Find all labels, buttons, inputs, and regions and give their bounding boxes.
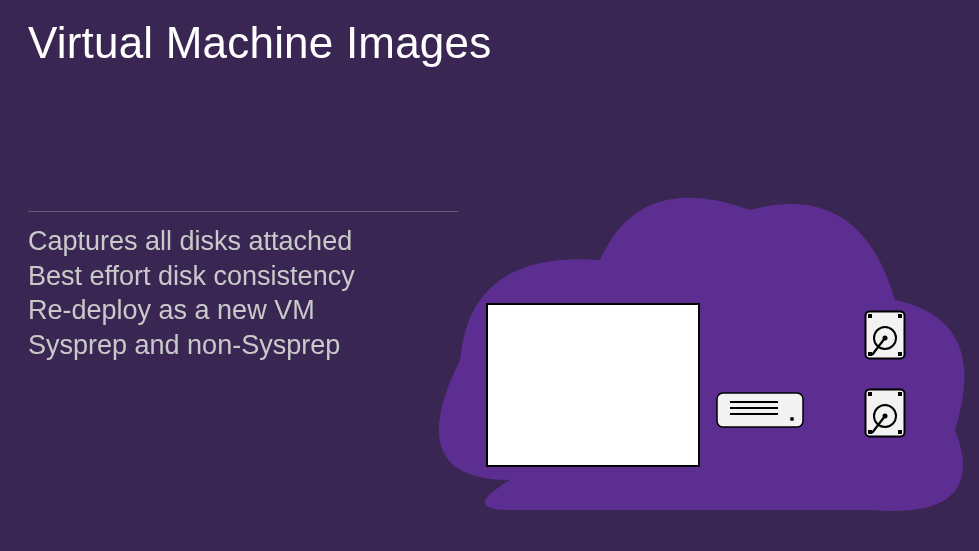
vm-window-icon <box>488 305 698 465</box>
hard-disk-icon <box>864 388 906 438</box>
svg-rect-7 <box>898 314 902 318</box>
bullet-item: Re-deploy as a new VM <box>28 293 355 328</box>
svg-rect-5 <box>866 312 905 359</box>
svg-rect-11 <box>868 352 872 356</box>
server-icon <box>716 392 804 428</box>
svg-rect-6 <box>868 314 872 318</box>
svg-rect-15 <box>898 392 902 396</box>
svg-rect-12 <box>898 352 902 356</box>
bullet-item: Sysprep and non-Sysprep <box>28 328 355 363</box>
page-title: Virtual Machine Images <box>28 18 491 68</box>
svg-rect-13 <box>866 390 905 437</box>
bullet-item: Best effort disk consistency <box>28 259 355 294</box>
hard-disk-icon <box>864 310 906 360</box>
svg-point-4 <box>790 417 794 421</box>
svg-rect-19 <box>868 430 872 434</box>
svg-rect-0 <box>717 393 803 427</box>
divider <box>28 211 458 212</box>
svg-rect-20 <box>898 430 902 434</box>
bullet-item: Captures all disks attached <box>28 224 355 259</box>
svg-rect-14 <box>868 392 872 396</box>
bullet-list: Captures all disks attached Best effort … <box>28 224 355 362</box>
